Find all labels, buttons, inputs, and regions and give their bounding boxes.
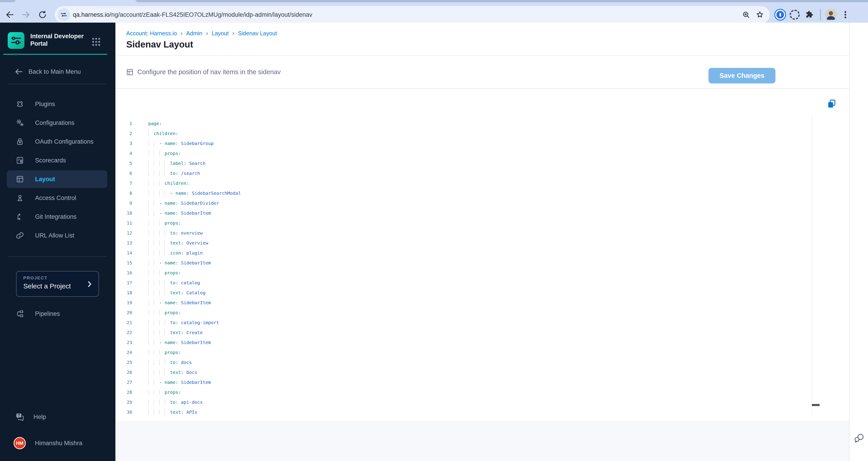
sidebar-divider-2	[8, 256, 107, 257]
sidebar-item-pipelines[interactable]: Pipelines	[7, 305, 107, 323]
pipelines-icon	[16, 309, 25, 318]
browser-forward-icon[interactable]	[21, 10, 31, 20]
code-text: props:	[148, 268, 181, 278]
line-number: 19	[115, 298, 132, 308]
line-number: 12	[115, 228, 132, 238]
code-line[interactable]: 22 text: Create	[115, 328, 241, 337]
back-to-main-menu[interactable]: Back to Main Menu	[0, 65, 115, 78]
browser-reload-icon[interactable]	[37, 10, 48, 20]
code-text: to: catalog	[148, 278, 200, 288]
sidebar-item-layout[interactable]: Layout	[7, 170, 107, 188]
line-number: 27	[115, 377, 132, 387]
code-text: text: Overview	[148, 238, 208, 248]
config-description: Configure the position of nav items in t…	[137, 68, 281, 76]
breadcrumb-item[interactable]: Layout	[212, 30, 228, 37]
project-selector[interactable]: PROJECT Select a Project	[16, 271, 99, 297]
code-line[interactable]: 17 to: catalog	[115, 278, 241, 288]
accent-divider	[3, 54, 107, 55]
site-settings-icon[interactable]	[58, 8, 70, 21]
code-line[interactable]: 14 icon: plugin	[115, 248, 241, 258]
line-number: 9	[115, 198, 132, 208]
sidebar-menu: PluginsConfigurationsOAuth Configuration…	[0, 95, 115, 245]
code-line[interactable]: 15 - name: SidebarItem	[115, 258, 241, 268]
code-line[interactable]: 18 text: Catalog	[115, 288, 241, 298]
code-line[interactable]: 5 label: Search	[115, 158, 241, 168]
yaml-editor[interactable]: 1page:2 children:3 - name: SidebarGroup4…	[115, 89, 849, 421]
code-line[interactable]: 10 - name: SidebarItem	[115, 208, 241, 218]
line-number: 16	[115, 268, 132, 278]
code-lines[interactable]: 1page:2 children:3 - name: SidebarGroup4…	[115, 119, 241, 417]
code-text: children:	[148, 129, 178, 138]
breadcrumb-item[interactable]: Account: Harness.io	[126, 30, 177, 37]
code-line[interactable]: 29 to: api-docs	[115, 397, 241, 407]
help-chat-icon: ?	[14, 412, 25, 422]
code-line[interactable]: 24 props:	[115, 348, 241, 357]
save-changes-button[interactable]: Save Changes	[709, 68, 775, 84]
browser-profile-avatar[interactable]	[825, 9, 837, 21]
url-text[interactable]: qa.harness.io/ng/account/zEaak-FLS425IEO…	[73, 6, 312, 23]
sidebar-item-access-control[interactable]: Access Control	[7, 189, 107, 207]
code-line[interactable]: 1page:	[115, 119, 241, 129]
browser-back-icon[interactable]	[5, 10, 15, 20]
code-line[interactable]: 28 props:	[115, 387, 241, 397]
module-switcher-grid-icon[interactable]	[91, 37, 101, 47]
extensions-puzzle-icon[interactable]	[804, 10, 814, 20]
line-number: 13	[115, 238, 132, 248]
code-line[interactable]: 12 to: overview	[115, 228, 241, 238]
code-text: children:	[148, 178, 189, 188]
code-text: to: docs	[148, 357, 192, 367]
code-line[interactable]: 23 - name: SidebarItem	[115, 337, 241, 348]
code-text: text: APIs	[148, 407, 197, 417]
copy-icon[interactable]	[826, 98, 837, 109]
sidebar-item-git-integrations[interactable]: Git Integrations	[7, 208, 107, 226]
code-line[interactable]: 16 props:	[115, 268, 241, 278]
sidebar-item-url-allow-list[interactable]: URL Allow List	[7, 227, 107, 244]
loading-extension-icon[interactable]	[790, 10, 800, 20]
code-line[interactable]: 6 to: /search	[115, 168, 241, 178]
code-line[interactable]: 20 props:	[115, 308, 241, 318]
code-line[interactable]: 13 text: Overview	[115, 238, 241, 248]
breadcrumb: Account: Harness.io›Admin›Layout›Sidenav…	[126, 29, 277, 37]
code-line[interactable]: 11 props:	[115, 218, 241, 228]
browser-menu-kebab-icon[interactable]	[840, 10, 850, 20]
code-text: to: api-docs	[148, 397, 203, 407]
code-line[interactable]: 27 - name: SidebarItem	[115, 377, 241, 387]
help-button[interactable]: ? Help	[0, 408, 115, 426]
user-menu[interactable]: HM Himanshu Mishra	[0, 434, 115, 452]
code-text: - name: SidebarItem	[148, 377, 211, 387]
code-line[interactable]: 9 - name: SidebarDivider	[115, 198, 241, 208]
code-text: props:	[148, 308, 181, 318]
breadcrumb-item[interactable]: Admin	[186, 30, 202, 37]
code-line[interactable]: 25 to: docs	[115, 357, 241, 367]
code-line[interactable]: 19 - name: SidebarItem	[115, 298, 241, 308]
address-bar[interactable]: qa.harness.io/ng/account/zEaak-FLS425IEO…	[55, 6, 770, 23]
code-line[interactable]: 8 - name: SidebarSearchModal	[115, 188, 241, 198]
breadcrumb-item[interactable]: Sidenav Layout	[238, 30, 277, 37]
support-chat-icon[interactable]	[854, 432, 865, 444]
line-number: 3	[115, 138, 132, 149]
code-line[interactable]: 2 children:	[115, 129, 241, 138]
sidebar-item-configurations[interactable]: Configurations	[7, 114, 107, 132]
browser-active-tab[interactable]	[14, 0, 137, 2]
password-manager-extension-icon[interactable]	[774, 9, 786, 21]
zoom-page-icon[interactable]	[741, 10, 751, 20]
breadcrumb-separator: ›	[206, 30, 208, 37]
code-line[interactable]: 21 to: catalog-import	[115, 318, 241, 328]
code-line[interactable]: 26 text: Docs	[115, 367, 241, 377]
svg-text:?: ?	[18, 414, 20, 417]
code-line[interactable]: 4 props:	[115, 149, 241, 158]
code-text: - name: SidebarItem	[148, 258, 211, 268]
bookmark-star-icon[interactable]	[755, 10, 765, 20]
sidebar-item-scorecards[interactable]: Scorecards	[7, 152, 107, 169]
right-strip	[849, 23, 868, 461]
editor-scrollbar-thumb[interactable]	[812, 404, 819, 406]
project-label: PROJECT	[23, 275, 48, 281]
sidebar-item-plugins[interactable]: Plugins	[7, 95, 107, 113]
code-line[interactable]: 3 - name: SidebarGroup	[115, 138, 241, 149]
code-text: text: Catalog	[148, 288, 206, 298]
idp-logo-icon[interactable]	[8, 32, 25, 49]
code-text: page:	[148, 119, 162, 129]
code-line[interactable]: 30 text: APIs	[115, 407, 241, 417]
code-line[interactable]: 7 children:	[115, 178, 241, 188]
sidebar-item-oauth-configurations[interactable]: OAuth Configurations	[7, 133, 107, 151]
